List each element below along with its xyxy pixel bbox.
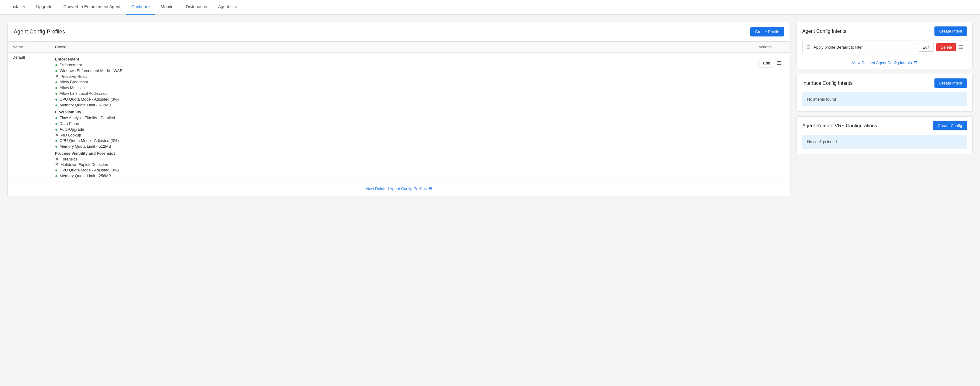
- agent-intents-header: Agent Config Intents Create Intent: [797, 22, 972, 40]
- config-item: ●Allow Broadcast: [55, 79, 749, 85]
- filter-actions: Edit Delete ☰: [918, 43, 963, 52]
- create-intent-button-top[interactable]: Create Intent: [934, 26, 967, 36]
- check-icon: ●: [55, 62, 58, 67]
- col-header-config: Config: [50, 41, 754, 53]
- check-icon: ●: [55, 144, 58, 149]
- create-interface-intent-button[interactable]: Create Intent: [934, 78, 967, 88]
- filter-row: ☰ Apply profile Default to filter Edit D…: [802, 40, 967, 54]
- config-item: ✕Meltdown Exploit Detection: [55, 162, 749, 167]
- config-item: ●Allow Link Local Addresses: [55, 91, 749, 96]
- left-panel-header: Agent Config Profiles Create Profile: [8, 22, 790, 41]
- row-config: Enforcement ●Enforcement ●Windows Enforc…: [50, 53, 754, 182]
- check-icon: ●: [55, 85, 58, 90]
- config-item: ●CPU Quota Mode - Adjusted (3%): [55, 96, 749, 102]
- x-icon: ✕: [55, 74, 59, 79]
- interface-intents-title: Interface Config Intents: [802, 81, 853, 86]
- left-panel: Agent Config Profiles Create Profile Nam…: [7, 22, 791, 196]
- check-icon: ●: [55, 127, 58, 132]
- left-panel-title: Agent Config Profiles: [14, 29, 65, 35]
- filter-row-text: Apply profile Default to filter: [813, 45, 915, 49]
- list-icon[interactable]: ☰: [777, 60, 781, 66]
- check-icon: ●: [55, 68, 58, 73]
- drag-icon[interactable]: ☰: [806, 45, 810, 50]
- config-item: ✕PID Lookup: [55, 132, 749, 138]
- config-item: ✕Preserve Rules: [55, 73, 749, 79]
- nav-configure[interactable]: Configure: [126, 0, 155, 14]
- check-icon: ●: [55, 91, 58, 96]
- nav-monitor[interactable]: Monitor: [155, 0, 180, 14]
- nav-distribution[interactable]: Distribution: [180, 0, 213, 14]
- right-panel: Agent Config Intents Create Intent ☰ App…: [797, 22, 973, 196]
- check-icon: ●: [55, 121, 58, 126]
- no-intents-message: No intents found: [802, 92, 967, 106]
- vrf-header: Agent Remote VRF Configurations Create C…: [797, 117, 972, 135]
- x-icon: ✕: [55, 156, 59, 161]
- config-item: ✕Forensics: [55, 156, 749, 162]
- nav-agent-list[interactable]: Agent List: [213, 0, 242, 14]
- row-name: Default: [8, 53, 50, 182]
- view-deleted-intents-link[interactable]: View Deleted Agent Config Intents ☰: [797, 58, 972, 69]
- create-profile-button[interactable]: Create Profile: [750, 27, 784, 37]
- edit-filter-button[interactable]: Edit: [918, 43, 934, 52]
- config-item: ●Memory Quota Limit - 512MB: [55, 144, 749, 149]
- main-content: Agent Config Profiles Create Profile Nam…: [0, 14, 980, 203]
- config-item: ●Memory Quota Limit - 512MB: [55, 102, 749, 108]
- delete-filter-button[interactable]: Delete: [936, 43, 956, 51]
- config-item: ●Memory Quota Limit - 256MB: [55, 173, 749, 179]
- row-actions: Edit ☰: [754, 53, 790, 182]
- x-icon: ✕: [55, 162, 59, 167]
- config-item: ●Flow Analysis Fidelity - Detailed: [55, 115, 749, 121]
- table-row: Default Enforcement ●Enforcement ●Window…: [8, 53, 790, 182]
- check-icon: ●: [55, 102, 58, 108]
- vrf-title: Agent Remote VRF Configurations: [802, 123, 877, 129]
- no-configs-message: No configs found: [802, 135, 967, 149]
- config-profiles-table: Name ↑ Config Actions Default Enforcemen…: [8, 41, 790, 182]
- col-header-name: Name ↑: [8, 41, 50, 53]
- list-icon-small: ☰: [429, 186, 432, 191]
- section-flow-title: Flow Visibility: [55, 110, 749, 114]
- check-icon: ●: [55, 115, 58, 120]
- check-icon: ●: [55, 79, 58, 85]
- nav-upgrade[interactable]: Upgrade: [31, 0, 58, 14]
- agent-remote-vrf-section: Agent Remote VRF Configurations Create C…: [797, 116, 973, 154]
- col-header-actions: Actions: [754, 41, 790, 53]
- filter-list-icon[interactable]: ☰: [959, 45, 963, 50]
- check-icon: ●: [55, 167, 58, 173]
- agent-config-intents-section: Agent Config Intents Create Intent ☰ App…: [797, 22, 973, 69]
- agent-intents-title: Agent Config Intents: [802, 29, 846, 34]
- x-icon: ✕: [55, 132, 59, 137]
- check-icon: ●: [55, 173, 58, 179]
- check-icon: ●: [55, 97, 58, 102]
- section-process-title: Process Visibility and Forensics: [55, 151, 749, 156]
- config-item: ●Data Plane: [55, 121, 749, 126]
- edit-profile-button[interactable]: Edit: [759, 59, 774, 67]
- create-config-button[interactable]: Create Config: [933, 121, 967, 131]
- section-enforcement-title: Enforcement: [55, 57, 749, 61]
- config-item: ●CPU Quota Mode - Adjusted (3%): [55, 167, 749, 173]
- view-deleted-profiles-link[interactable]: View Deleted Agent Config Profiles ☰: [8, 182, 790, 196]
- config-item: ●CPU Quota Mode - Adjusted (3%): [55, 138, 749, 144]
- top-nav: Installer Upgrade Convert to Enforcement…: [0, 0, 980, 14]
- config-item: ●Auto-Upgrade: [55, 126, 749, 132]
- config-item: ●Enforcement: [55, 62, 749, 68]
- list-icon-intents: ☰: [914, 61, 918, 65]
- config-item: ●Allow Multicast: [55, 85, 749, 91]
- nav-convert[interactable]: Convert to Enforcement Agent: [58, 0, 126, 14]
- config-item: ●Windows Enforcement Mode - WAF: [55, 68, 749, 73]
- check-icon: ●: [55, 138, 58, 143]
- actions-cell: Edit ☰: [759, 55, 785, 67]
- interface-config-intents-section: Interface Config Intents Create Intent N…: [797, 74, 973, 112]
- interface-intents-header: Interface Config Intents Create Intent: [797, 74, 972, 92]
- nav-installer[interactable]: Installer: [5, 0, 31, 14]
